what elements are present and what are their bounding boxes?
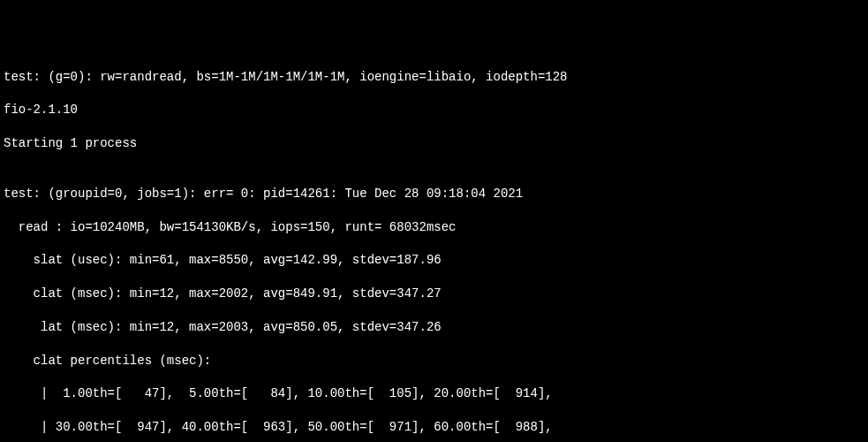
terminal-line-clat-pct-header: clat percentiles (msec): [4, 353, 864, 370]
terminal-line-slat: slat (usec): min=61, max=8550, avg=142.9… [4, 252, 864, 269]
terminal-line-clat: clat (msec): min=12, max=2002, avg=849.9… [4, 286, 864, 302]
terminal-line-lat: lat (msec): min=12, max=2003, avg=850.05… [4, 319, 864, 336]
terminal-line-test-info: test: (groupid=0, jobs=1): err= 0: pid=1… [4, 186, 864, 202]
terminal-line-read-summary: read : io=10240MB, bw=154130KB/s, iops=1… [4, 219, 864, 236]
terminal-line-header: test: (g=0): rw=randread, bs=1M-1M/1M-1M… [4, 69, 864, 86]
terminal-line-pct-1: | 1.00th=[ 47], 5.00th=[ 84], 10.00th=[ … [4, 385, 864, 402]
terminal-line-version: fio-2.1.10 [4, 102, 864, 118]
terminal-line-start: Starting 1 process [4, 135, 864, 152]
terminal-line-pct-2: | 30.00th=[ 947], 40.00th=[ 963], 50.00t… [4, 419, 864, 436]
